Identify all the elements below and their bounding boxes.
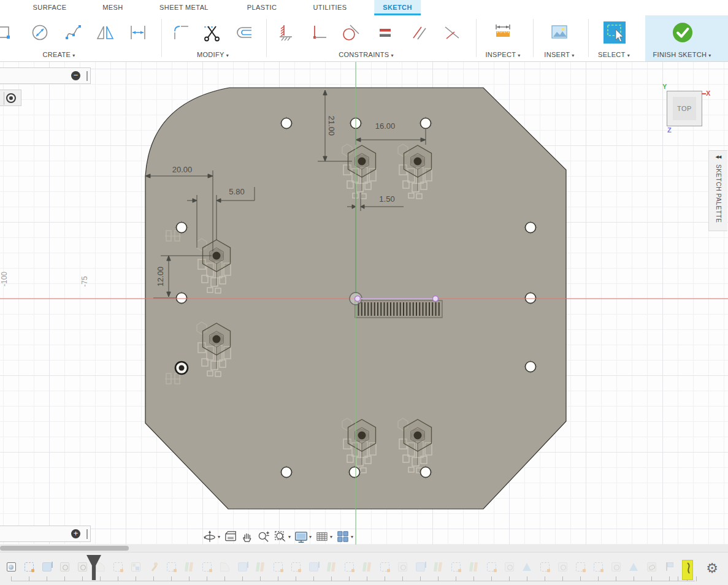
timeline-feature-sketch[interactable] xyxy=(487,562,496,572)
parallel-constraint-icon[interactable] xyxy=(408,21,431,44)
timeline-feature-planes[interactable] xyxy=(432,562,443,572)
timeline-feature-hole[interactable] xyxy=(611,562,621,572)
insert-image-icon[interactable] xyxy=(548,21,570,44)
timeline-feature-sketch[interactable] xyxy=(25,562,34,572)
rectangle-tool-icon[interactable] xyxy=(0,21,12,44)
grid-display-button[interactable]: ▾ xyxy=(315,529,334,544)
zoom-button[interactable] xyxy=(256,529,271,544)
horizontal-scrollbar[interactable] xyxy=(0,545,728,552)
inspect-group-label[interactable]: INSPECT▾ xyxy=(485,51,520,58)
circle-tool-icon[interactable] xyxy=(29,21,51,44)
select-group-label[interactable]: SELECT▾ xyxy=(598,51,630,58)
timeline-feature-planes[interactable] xyxy=(468,562,478,572)
timeline-feature-profile[interactable] xyxy=(96,562,105,572)
timeline-feature-flag[interactable] xyxy=(665,562,674,572)
timeline-feature-planes[interactable] xyxy=(183,562,194,572)
timeline-feature-sketch[interactable] xyxy=(274,562,283,572)
fix-constraint-icon[interactable] xyxy=(276,21,298,44)
timeline-feature-sketch[interactable] xyxy=(113,562,123,572)
trim-tool-icon[interactable] xyxy=(201,21,223,44)
finish-sketch-icon[interactable] xyxy=(672,21,694,44)
timeline-feature-sketch[interactable] xyxy=(451,562,461,572)
tab-plastic[interactable]: PLASTIC xyxy=(239,0,286,15)
timeline-feature-solid[interactable] xyxy=(416,562,425,572)
timeline-feature-planes[interactable] xyxy=(361,562,372,572)
timeline-feature-sketch[interactable] xyxy=(345,562,354,572)
dimension-1-5[interactable]: 1.50 xyxy=(379,194,394,204)
timeline-feature-hole[interactable] xyxy=(398,562,407,572)
constraints-group-label[interactable]: CONSTRAINTS▾ xyxy=(339,51,393,58)
timeline-feature-solid[interactable] xyxy=(238,562,247,572)
create-group-label[interactable]: CREATE▾ xyxy=(43,51,75,58)
viewports-button[interactable]: ▾ xyxy=(335,529,354,544)
measure-tool-icon[interactable] xyxy=(492,21,514,44)
tab-utilities[interactable]: UTILITIES xyxy=(305,0,356,15)
zoom-window-button[interactable]: ▾ xyxy=(273,529,292,544)
sketch-palette-tab[interactable]: ◀◀ SKETCH PALETTE xyxy=(708,150,727,231)
viewcube-top-face[interactable]: TOP xyxy=(673,97,696,120)
radio-dot-icon[interactable] xyxy=(6,93,16,103)
timeline-feature-solid[interactable] xyxy=(309,562,318,572)
pan-button[interactable] xyxy=(240,529,255,544)
timeline-feature-move[interactable] xyxy=(131,562,140,572)
perpendicular-constraint-icon[interactable] xyxy=(308,21,330,44)
timeline-feature-sketch[interactable] xyxy=(167,562,176,572)
timeline-feature-pin[interactable] xyxy=(149,562,158,572)
dimension-tool-icon[interactable] xyxy=(127,21,149,44)
select-tool-icon[interactable] xyxy=(603,21,626,44)
timeline-feature-hole[interactable] xyxy=(78,562,87,572)
tangent-constraint-icon[interactable] xyxy=(340,21,362,44)
spline-tool-icon[interactable] xyxy=(63,21,85,44)
scrollbar-thumb[interactable] xyxy=(0,546,129,551)
timeline-feature-planes[interactable] xyxy=(255,562,265,572)
equal-constraint-icon[interactable] xyxy=(374,21,396,44)
timeline-feature-sketch[interactable] xyxy=(540,562,550,572)
offset-tool-icon[interactable] xyxy=(233,21,255,44)
timeline-feature-mirror[interactable] xyxy=(629,562,638,572)
timeline-feature-link[interactable] xyxy=(647,562,656,572)
timeline-feature-solid[interactable] xyxy=(42,562,52,572)
fillet-tool-icon[interactable] xyxy=(170,21,192,44)
timeline-feature-sketch[interactable] xyxy=(291,562,301,572)
expand-plus-icon[interactable]: + xyxy=(71,529,80,538)
active-sketch-feature[interactable] xyxy=(682,560,693,580)
angle-constraint-icon[interactable] xyxy=(441,21,463,44)
collapse-minus-icon[interactable]: − xyxy=(71,71,80,80)
timeline-feature-origin[interactable] xyxy=(7,562,16,572)
mirror-tool-icon[interactable] xyxy=(94,21,117,44)
dimension-5-8[interactable]: 5.80 xyxy=(229,187,244,196)
tab-sketch[interactable]: SKETCH xyxy=(374,0,421,15)
finish-sketch-label[interactable]: FINISH SKETCH▾ xyxy=(653,51,711,58)
timeline-feature-hole[interactable] xyxy=(60,562,69,572)
dimension-21[interactable]: 21.00 xyxy=(327,116,336,136)
browser-collapsed-bar[interactable]: − xyxy=(0,67,91,84)
panel-grip-handle[interactable] xyxy=(86,71,88,81)
origin-visibility-item[interactable] xyxy=(0,90,21,106)
display-settings-button[interactable]: ▾ xyxy=(294,529,313,544)
orbit-button[interactable]: ▾ xyxy=(202,529,221,544)
look-at-button[interactable] xyxy=(223,529,238,544)
dimension-16[interactable]: 16.00 xyxy=(375,121,396,131)
comments-collapsed-bar[interactable]: + xyxy=(0,526,91,542)
tab-sheet-metal[interactable]: SHEET METAL xyxy=(151,0,217,15)
insert-group-label[interactable]: INSERT▾ xyxy=(544,51,574,58)
timeline-feature-hole[interactable] xyxy=(505,562,514,572)
panel-grip-handle[interactable] xyxy=(86,529,88,539)
modify-group-label[interactable]: MODIFY▾ xyxy=(197,51,229,58)
pin-header-footprint[interactable] xyxy=(355,300,442,318)
dimension-12[interactable]: 12.00 xyxy=(156,267,165,287)
timeline-feature-profile[interactable] xyxy=(220,562,229,572)
viewcube[interactable]: TOP xyxy=(667,91,702,126)
expand-panel-icon[interactable]: ◀◀ xyxy=(709,155,727,159)
timeline-feature-sketch[interactable] xyxy=(576,562,585,572)
dimension-20[interactable]: 20.00 xyxy=(172,165,193,174)
tab-surface[interactable]: SURFACE xyxy=(25,0,75,15)
timeline-feature-hole[interactable] xyxy=(558,562,567,572)
timeline-feature-sketch[interactable] xyxy=(594,562,603,572)
timeline-feature-sketch[interactable] xyxy=(202,562,212,572)
timeline-feature-planes[interactable] xyxy=(326,562,336,572)
selected-point-hole[interactable] xyxy=(175,362,188,374)
timeline-feature-sketch[interactable] xyxy=(380,562,389,572)
timeline-settings-gear-icon[interactable]: ⚙ xyxy=(706,560,718,577)
tab-mesh[interactable]: MESH xyxy=(94,0,131,15)
